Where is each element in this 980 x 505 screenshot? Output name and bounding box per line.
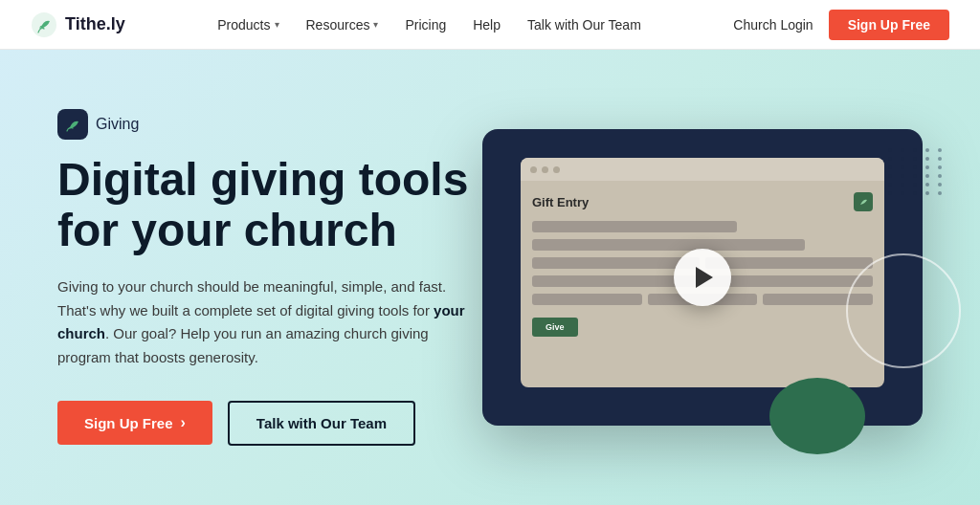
giving-label: Giving — [96, 116, 139, 133]
church-login-link[interactable]: Church Login — [733, 17, 813, 33]
hero-title: Digital giving tools for your church — [57, 155, 479, 256]
form-box-5 — [763, 294, 873, 305]
form-row-2 — [532, 239, 805, 251]
logo[interactable]: Tithe.ly — [31, 11, 125, 38]
chevron-down-icon: ▾ — [373, 19, 378, 30]
signup-free-button[interactable]: Sign Up Free › — [57, 401, 212, 445]
navbar: Tithe.ly Products ▾ Resources ▾ Pricing … — [0, 0, 980, 50]
nav-links: Products ▾ Resources ▾ Pricing Help Talk… — [217, 17, 641, 33]
hero-buttons: Sign Up Free › Talk with Our Team — [57, 401, 479, 446]
gift-entry-header: Gift Entry — [532, 192, 873, 211]
nav-pricing[interactable]: Pricing — [405, 17, 446, 33]
play-button[interactable] — [674, 249, 731, 306]
traffic-light-yellow — [542, 166, 548, 173]
giving-badge: Giving — [57, 109, 139, 140]
form-box-3 — [532, 294, 642, 305]
nav-resources[interactable]: Resources ▾ — [306, 17, 379, 33]
browser-bar — [521, 158, 884, 181]
nav-talk[interactable]: Talk with Our Team — [527, 17, 641, 33]
nav-signup-button[interactable]: Sign Up Free — [829, 10, 949, 40]
nav-right: Church Login Sign Up Free — [733, 10, 949, 40]
dots-decoration — [888, 148, 946, 195]
hero-section: Giving Digital giving tools for your chu… — [0, 50, 980, 505]
hero-content: Giving Digital giving tools for your chu… — [57, 109, 479, 446]
form-box-2 — [705, 257, 873, 269]
chevron-down-icon: ▾ — [275, 19, 279, 30]
logo-text: Tithe.ly — [65, 14, 125, 34]
gift-leaf-icon — [854, 192, 873, 211]
talk-team-button[interactable]: Talk with Our Team — [228, 401, 415, 446]
leaf-icon — [64, 116, 81, 133]
give-button-mock: Give — [532, 318, 578, 337]
nav-products[interactable]: Products ▾ — [217, 17, 278, 33]
traffic-light-red — [530, 166, 537, 173]
logo-icon — [31, 11, 57, 38]
giving-icon — [57, 109, 88, 140]
nav-help[interactable]: Help — [473, 17, 501, 33]
gift-entry-title: Gift Entry — [532, 195, 589, 209]
form-row-1 — [532, 221, 737, 232]
traffic-light-green — [553, 166, 560, 173]
arrow-right-icon: › — [181, 414, 186, 431]
play-icon — [696, 267, 713, 288]
hero-description: Giving to your church should be meaningf… — [57, 275, 479, 370]
leaf-small-icon — [858, 196, 869, 208]
hero-video-area: Gift Entry — [482, 129, 923, 426]
green-circle-decoration — [769, 378, 865, 454]
video-container: Gift Entry — [482, 129, 923, 426]
